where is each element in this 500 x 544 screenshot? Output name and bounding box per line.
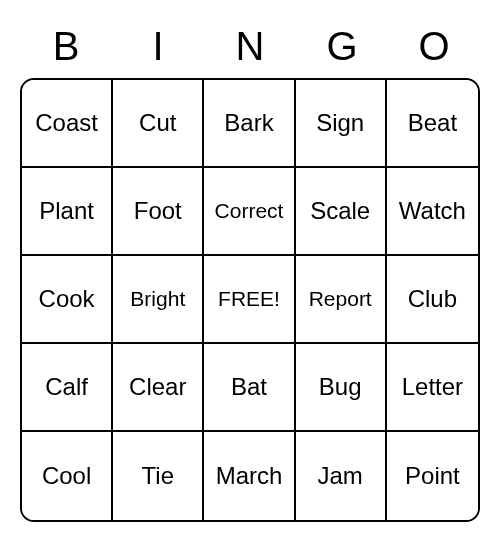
- bingo-cell[interactable]: Jam: [296, 432, 387, 520]
- header-n: N: [204, 14, 296, 78]
- bingo-grid: Coast Cut Bark Sign Beat Plant Foot Corr…: [20, 78, 480, 522]
- header-g: G: [296, 14, 388, 78]
- bingo-cell[interactable]: Watch: [387, 168, 478, 256]
- bingo-cell[interactable]: Plant: [22, 168, 113, 256]
- bingo-cell[interactable]: Bark: [204, 80, 295, 168]
- bingo-cell[interactable]: Letter: [387, 344, 478, 432]
- header-i: I: [112, 14, 204, 78]
- bingo-cell[interactable]: Calf: [22, 344, 113, 432]
- bingo-cell[interactable]: Coast: [22, 80, 113, 168]
- bingo-cell[interactable]: Correct: [204, 168, 295, 256]
- header-o: O: [388, 14, 480, 78]
- bingo-cell[interactable]: Foot: [113, 168, 204, 256]
- header-b: B: [20, 14, 112, 78]
- bingo-cell[interactable]: Sign: [296, 80, 387, 168]
- bingo-cell[interactable]: Clear: [113, 344, 204, 432]
- bingo-cell[interactable]: Tie: [113, 432, 204, 520]
- bingo-cell[interactable]: Cut: [113, 80, 204, 168]
- bingo-header: B I N G O: [20, 14, 480, 78]
- bingo-cell[interactable]: Bug: [296, 344, 387, 432]
- bingo-cell[interactable]: Cool: [22, 432, 113, 520]
- bingo-cell[interactable]: Cook: [22, 256, 113, 344]
- bingo-cell[interactable]: March: [204, 432, 295, 520]
- bingo-cell[interactable]: Scale: [296, 168, 387, 256]
- bingo-cell[interactable]: Bright: [113, 256, 204, 344]
- bingo-cell[interactable]: Point: [387, 432, 478, 520]
- bingo-cell[interactable]: Beat: [387, 80, 478, 168]
- bingo-cell[interactable]: Report: [296, 256, 387, 344]
- bingo-cell[interactable]: Club: [387, 256, 478, 344]
- bingo-cell[interactable]: Bat: [204, 344, 295, 432]
- bingo-card: B I N G O Coast Cut Bark Sign Beat Plant…: [20, 14, 480, 522]
- free-cell[interactable]: FREE!: [204, 256, 295, 344]
